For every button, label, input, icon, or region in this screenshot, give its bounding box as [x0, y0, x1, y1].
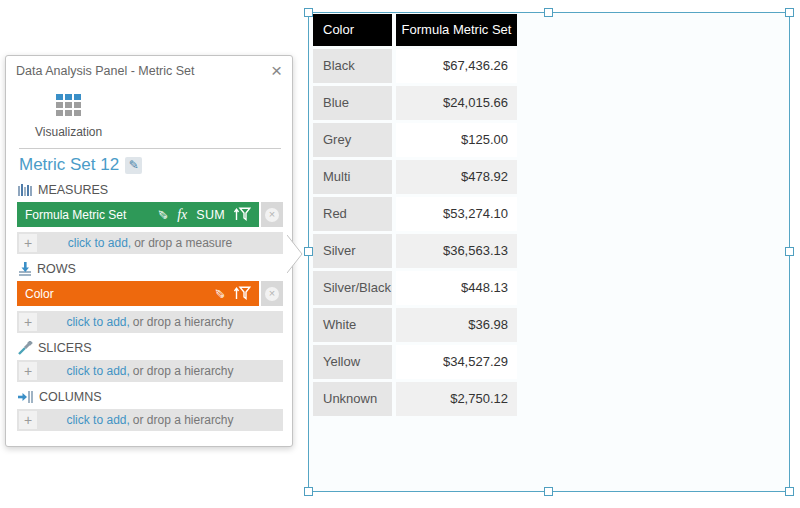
slicers-section-header: SLICERS	[18, 341, 283, 355]
resize-handle-top-left[interactable]	[304, 8, 313, 17]
add-row-hierarchy-row[interactable]: + click to add, or drop a hierarchy	[17, 311, 283, 333]
sort-filter-icon[interactable]	[234, 207, 251, 222]
remove-icon: ×	[265, 287, 279, 301]
add-slicer-row[interactable]: + click to add, or drop a hierarchy	[17, 360, 283, 382]
row-label-cell: Black	[313, 49, 392, 83]
aggregator-label[interactable]: SUM	[196, 208, 225, 222]
resize-handle-middle-right[interactable]	[785, 247, 794, 256]
slicers-label: SLICERS	[38, 341, 92, 355]
plus-icon[interactable]: +	[19, 411, 37, 429]
formula-fx-icon[interactable]: fx	[177, 207, 187, 223]
columns-label: COLUMNS	[39, 390, 102, 404]
row-label-cell: Blue	[313, 86, 392, 120]
table-row: Grey$125.00	[313, 123, 517, 157]
resize-handle-bottom-middle[interactable]	[544, 487, 553, 496]
table-row: Unknown$2,750.12	[313, 382, 517, 416]
measures-section-header: MEASURES	[18, 183, 283, 197]
result-table[interactable]: Color Formula Metric Set Black$67,436.26…	[313, 14, 517, 419]
slicers-icon	[18, 341, 33, 355]
row-label-cell: Yellow	[313, 345, 392, 379]
panel-callout-tail	[287, 234, 305, 274]
row-value-cell: $53,274.10	[396, 197, 517, 231]
table-header-formula-metric-set: Formula Metric Set	[396, 14, 517, 46]
table-row: White$36.98	[313, 308, 517, 342]
add-measure-link[interactable]: click to add,	[68, 236, 131, 250]
resize-handle-top-right[interactable]	[785, 8, 794, 17]
measure-label: Formula Metric Set	[25, 208, 126, 222]
rows-label: ROWS	[37, 262, 76, 276]
row-value-cell: $448.13	[396, 271, 517, 305]
row-label-cell: White	[313, 308, 392, 342]
row-label-cell: Silver	[313, 234, 392, 268]
visualization-button[interactable]: Visualization	[29, 92, 108, 141]
data-analysis-panel[interactable]: Data Analysis Panel - Metric Set × Visua…	[5, 55, 293, 447]
add-measure-row[interactable]: + click to add, or drop a measure	[17, 232, 283, 254]
measure-item-row: Formula Metric Set ✎ fx SUM ×	[17, 202, 283, 227]
add-slicer-link[interactable]: click to add,	[66, 364, 129, 378]
measures-label: MEASURES	[38, 183, 108, 197]
panel-title: Data Analysis Panel - Metric Set	[16, 64, 195, 78]
metric-set-title: Metric Set 12	[19, 155, 119, 175]
plus-icon[interactable]: +	[19, 362, 37, 380]
measure-pill-formula-metric-set[interactable]: Formula Metric Set ✎ fx SUM	[17, 202, 259, 227]
panel-title-bar[interactable]: Data Analysis Panel - Metric Set ×	[6, 56, 292, 84]
resize-handle-bottom-right[interactable]	[785, 487, 794, 496]
row-label-cell: Multi	[313, 160, 392, 194]
plus-icon[interactable]: +	[19, 234, 37, 252]
row-value-cell: $125.00	[396, 123, 517, 157]
measures-icon	[18, 184, 33, 196]
edit-measure-icon[interactable]: ✎	[155, 209, 170, 220]
add-row-hierarchy-hint: or drop a hierarchy	[133, 315, 234, 329]
rows-section-header: ROWS	[18, 262, 283, 276]
add-column-row[interactable]: + click to add, or drop a hierarchy	[17, 409, 283, 431]
table-row: Red$53,274.10	[313, 197, 517, 231]
resize-handle-top-middle[interactable]	[544, 8, 553, 17]
visualization-label: Visualization	[35, 125, 102, 139]
columns-section-header: COLUMNS	[18, 390, 283, 404]
remove-measure-button[interactable]: ×	[261, 202, 283, 227]
row-value-cell: $36.98	[396, 308, 517, 342]
row-label-cell: Silver/Black	[313, 271, 392, 305]
row-value-cell: $2,750.12	[396, 382, 517, 416]
table-row: Silver/Black$448.13	[313, 271, 517, 305]
add-column-hint: or drop a hierarchy	[133, 413, 234, 427]
visualization-grid-icon	[56, 94, 81, 122]
remove-hierarchy-button[interactable]: ×	[261, 281, 283, 306]
row-value-cell: $24,015.66	[396, 86, 517, 120]
resize-handle-middle-left[interactable]	[304, 247, 313, 256]
row-label-cell: Grey	[313, 123, 392, 157]
row-label-cell: Unknown	[313, 382, 392, 416]
row-value-cell: $67,436.26	[396, 49, 517, 83]
table-row: Blue$24,015.66	[313, 86, 517, 120]
table-header-row: Color Formula Metric Set	[313, 14, 517, 46]
resize-handle-bottom-left[interactable]	[304, 487, 313, 496]
result-table-body: Black$67,436.26Blue$24,015.66Grey$125.00…	[313, 49, 517, 416]
table-row: Yellow$34,527.29	[313, 345, 517, 379]
table-row: Multi$478.92	[313, 160, 517, 194]
add-measure-hint: or drop a measure	[134, 236, 232, 250]
table-row: Silver$36,563.13	[313, 234, 517, 268]
hierarchy-label: Color	[25, 287, 54, 301]
edit-hierarchy-icon[interactable]: ✎	[212, 288, 227, 299]
columns-icon	[18, 390, 34, 404]
close-icon[interactable]: ×	[271, 63, 282, 79]
table-row: Black$67,436.26	[313, 49, 517, 83]
rows-icon	[18, 262, 32, 276]
row-value-cell: $34,527.29	[396, 345, 517, 379]
add-slicer-hint: or drop a hierarchy	[133, 364, 234, 378]
sort-filter-icon[interactable]	[234, 286, 251, 301]
remove-icon: ×	[265, 208, 279, 222]
hierarchy-pill-color[interactable]: Color ✎	[17, 281, 259, 306]
add-row-hierarchy-link[interactable]: click to add,	[66, 315, 129, 329]
row-item-row: Color ✎ ×	[17, 281, 283, 306]
row-label-cell: Red	[313, 197, 392, 231]
edit-metric-set-icon[interactable]: ✎	[125, 157, 142, 174]
table-header-color: Color	[313, 14, 392, 46]
divider	[19, 148, 281, 149]
row-value-cell: $478.92	[396, 160, 517, 194]
plus-icon[interactable]: +	[19, 313, 37, 331]
add-column-link[interactable]: click to add,	[66, 413, 129, 427]
row-value-cell: $36,563.13	[396, 234, 517, 268]
